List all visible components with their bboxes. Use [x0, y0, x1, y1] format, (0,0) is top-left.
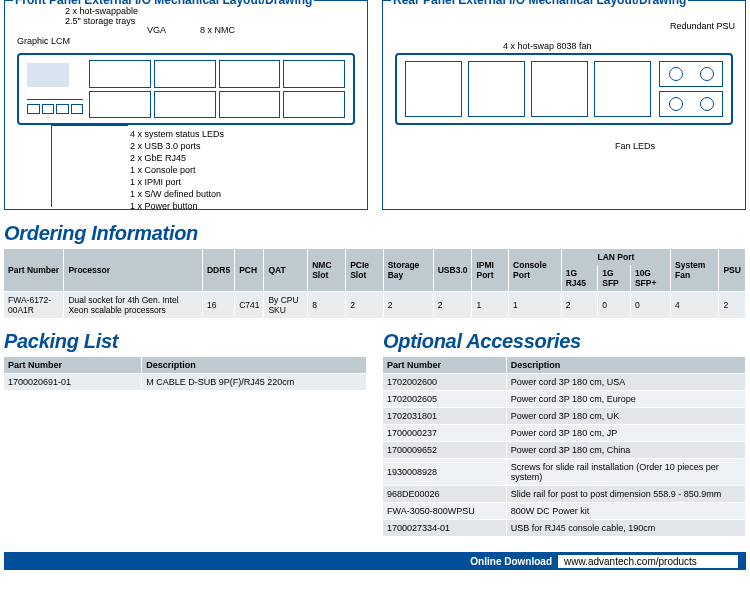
- callout-item: 2 x GbE RJ45: [130, 152, 224, 164]
- cell-pcie: 2: [346, 292, 384, 319]
- label-fan-leds: Fan LEDs: [615, 141, 655, 151]
- label-nmc: 8 x NMC: [200, 25, 235, 35]
- cell-desc: Power cord 3P 180 cm, China: [506, 442, 745, 459]
- callout-item: 1 x Power button: [130, 200, 224, 212]
- accessories-table: Part Number Description 1702002600Power …: [383, 357, 746, 536]
- label-hotswap-fan: 4 x hot-swap 8038 fan: [503, 41, 592, 51]
- cell-lan-rj45: 2: [561, 292, 597, 319]
- accessories-heading: Optional Accessories: [383, 330, 746, 353]
- cell-lan-sfpp: 0: [630, 292, 670, 319]
- col-qat: QAT: [264, 249, 308, 292]
- table-row: FWA-6172-00A1R Dual socket for 4th Gen. …: [4, 292, 746, 319]
- cell-part: 1702031801: [383, 408, 506, 425]
- front-device-outline: [17, 53, 355, 125]
- table-row: 1700020691-01 M CABLE D-SUB 9P(F)/RJ45 2…: [4, 374, 367, 391]
- col-part: Part Number: [383, 357, 506, 374]
- front-panel-title: Front Panel External I/O Mechanical Layo…: [13, 0, 314, 7]
- col-sbay: Storage Bay: [383, 249, 433, 292]
- rear-device-outline: [395, 53, 733, 125]
- callout-item: 1 x Console port: [130, 164, 224, 176]
- table-row: 1702002605Power cord 3P 180 cm, Europe: [383, 391, 746, 408]
- nmc-slots: [89, 60, 345, 118]
- ordering-heading: Ordering Information: [4, 222, 746, 245]
- cell-part: 1700027334-01: [383, 520, 506, 537]
- cell-part: 1700020691-01: [4, 374, 142, 391]
- ordering-table: Part Number Processor DDR5 PCH QAT NMC S…: [4, 249, 746, 318]
- label-graphic-lcm: Graphic LCM: [17, 36, 70, 46]
- packing-heading: Packing List: [4, 330, 367, 353]
- col-console: Console Port: [509, 249, 562, 292]
- col-lan-sfpp: 10G SFP+: [630, 265, 670, 292]
- cell-desc: USB for RJ45 console cable, 190cm: [506, 520, 745, 537]
- table-row: FWA-3050-800WPSU800W DC Power kit: [383, 503, 746, 520]
- table-row: 1700027334-01USB for RJ45 console cable,…: [383, 520, 746, 537]
- front-callout-stack: 4 x system status LEDs 2 x USB 3.0 ports…: [130, 128, 224, 212]
- col-processor: Processor: [64, 249, 203, 292]
- footer-bar: Online Download www.advantech.com/produc…: [4, 552, 746, 570]
- callout-item: 2 x USB 3.0 ports: [130, 140, 224, 152]
- cell-desc: Power cord 3P 180 cm, JP: [506, 425, 745, 442]
- table-row: 1930008928Screws for slide rail installa…: [383, 459, 746, 486]
- label-redundant-psu: Redundant PSU: [670, 21, 735, 31]
- col-desc: Description: [142, 357, 367, 374]
- cell-usb: 2: [433, 292, 472, 319]
- cell-part: 1930008928: [383, 459, 506, 486]
- col-desc: Description: [506, 357, 745, 374]
- cell-proc: Dual socket for 4th Gen. Intel Xeon scal…: [64, 292, 203, 319]
- col-part: Part Number: [4, 357, 142, 374]
- cell-desc: 800W DC Power kit: [506, 503, 745, 520]
- callout-item: 1 x S/W defined button: [130, 188, 224, 200]
- lcm-rect: [27, 63, 69, 87]
- cell-pch: C741: [235, 292, 264, 319]
- download-label: Online Download: [470, 556, 552, 567]
- rear-psu: [659, 61, 723, 117]
- cell-desc: Power cord 3P 180 cm, UK: [506, 408, 745, 425]
- col-nmc: NMC Slot: [308, 249, 346, 292]
- table-row: 968DE00026Slide rail for post to post di…: [383, 486, 746, 503]
- table-row: 1702002600Power cord 3P 180 cm, USA: [383, 374, 746, 391]
- table-row: 1702031801Power cord 3P 180 cm, UK: [383, 408, 746, 425]
- cell-desc: Power cord 3P 180 cm, Europe: [506, 391, 745, 408]
- cell-part: 1702002600: [383, 374, 506, 391]
- col-psu: PSU: [719, 249, 746, 292]
- col-ddr5: DDR5: [202, 249, 234, 292]
- col-lan: LAN Port: [561, 249, 670, 265]
- download-link[interactable]: www.advantech.com/products: [558, 555, 738, 568]
- cell-nmc: 8: [308, 292, 346, 319]
- cell-desc: M CABLE D-SUB 9P(F)/RJ45 220cm: [142, 374, 367, 391]
- cell-part: FWA-3050-800WPSU: [383, 503, 506, 520]
- callout-item: 4 x system status LEDs: [130, 128, 224, 140]
- front-ports: [27, 99, 83, 117]
- cell-part: 1700000237: [383, 425, 506, 442]
- rear-fans: [405, 61, 651, 117]
- table-row: 1700000237Power cord 3P 180 cm, JP: [383, 425, 746, 442]
- table-row: 1700009652Power cord 3P 180 cm, China: [383, 442, 746, 459]
- rear-panel-title: Rear Panel External I/O Mechanical Layou…: [391, 0, 688, 7]
- cell-ipmi: 1: [472, 292, 509, 319]
- cell-lan-sfp: 0: [598, 292, 631, 319]
- label-storage-trays: 2 x hot-swappable 2.5" storage trays: [65, 7, 138, 27]
- cell-part: FWA-6172-00A1R: [4, 292, 64, 319]
- col-lan-rj45: 1G RJ45: [561, 265, 597, 292]
- cell-part: 1700009652: [383, 442, 506, 459]
- col-usb: USB3.0: [433, 249, 472, 292]
- front-panel-diagram: Front Panel External I/O Mechanical Layo…: [4, 0, 368, 210]
- cell-console: 1: [509, 292, 562, 319]
- col-lan-sfp: 1G SFP: [598, 265, 631, 292]
- rear-panel-diagram: Rear Panel External I/O Mechanical Layou…: [382, 0, 746, 210]
- col-sysfan: System Fan: [671, 249, 719, 292]
- callout-lines: [51, 125, 131, 207]
- cell-desc: Power cord 3P 180 cm, USA: [506, 374, 745, 391]
- col-pcie: PCIe Slot: [346, 249, 384, 292]
- cell-part: 1702002605: [383, 391, 506, 408]
- cell-desc: Slide rail for post to post dimension 55…: [506, 486, 745, 503]
- cell-part: 968DE00026: [383, 486, 506, 503]
- cell-qat: By CPU SKU: [264, 292, 308, 319]
- cell-psu: 2: [719, 292, 746, 319]
- cell-desc: Screws for slide rail installation (Orde…: [506, 459, 745, 486]
- packing-table: Part Number Description 1700020691-01 M …: [4, 357, 367, 390]
- callout-item: 1 x IPMI port: [130, 176, 224, 188]
- label-vga: VGA: [147, 25, 166, 35]
- col-ipmi: IPMI Port: [472, 249, 509, 292]
- cell-sbay: 2: [383, 292, 433, 319]
